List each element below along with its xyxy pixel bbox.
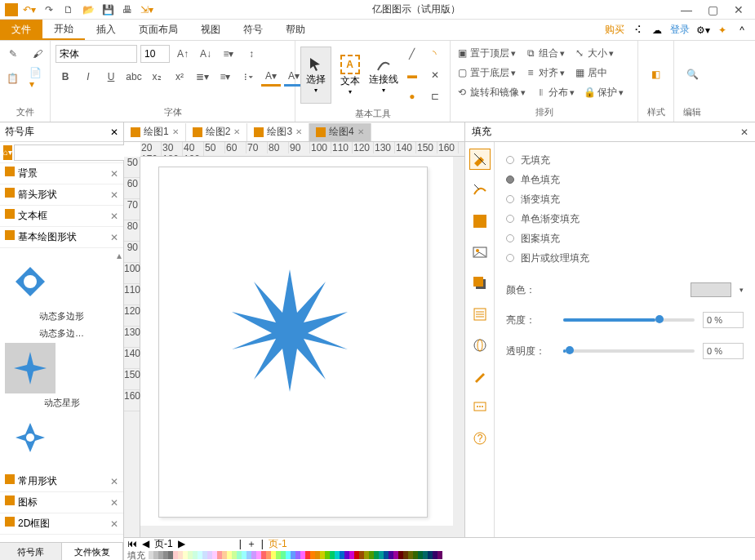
menu-layout[interactable]: 页面布局 — [127, 20, 189, 40]
menu-view[interactable]: 视图 — [189, 20, 232, 40]
collapse-gallery-icon[interactable]: ▴ — [117, 250, 122, 261]
fill-tool-icon[interactable] — [469, 149, 491, 170]
category-item[interactable]: 背景✕ — [0, 163, 123, 184]
solid-fill-tool-icon[interactable] — [469, 211, 491, 232]
paste-icon[interactable]: 📄▾ — [28, 69, 47, 88]
category-item[interactable]: 箭头形状✕ — [0, 184, 123, 206]
line-spacing-icon[interactable]: ≡▾ — [219, 44, 238, 64]
strike-icon[interactable]: abc — [124, 67, 144, 87]
edit-button[interactable]: 🔍 — [679, 46, 705, 103]
undo-icon[interactable]: ↶▾ — [21, 2, 38, 18]
superscript-icon[interactable]: x² — [170, 67, 189, 87]
edit-tool-icon[interactable] — [469, 366, 491, 387]
login-link[interactable]: 登录 — [670, 23, 690, 37]
fill-option[interactable]: 渐变填充 — [506, 189, 744, 209]
protect-button[interactable]: 🔒保护▾ — [583, 83, 624, 101]
close-button[interactable]: ✕ — [729, 2, 748, 18]
category-item[interactable]: 2D框图✕ — [0, 513, 123, 535]
font-color-icon[interactable]: A▾ — [261, 67, 281, 87]
save-icon[interactable]: 💾 — [100, 2, 116, 18]
page-canvas[interactable] — [158, 167, 428, 518]
bullets-icon[interactable]: ≣▾ — [193, 67, 212, 87]
bold-icon[interactable]: B — [56, 67, 75, 87]
font-family-select[interactable] — [56, 45, 137, 63]
shape-dynamic-polygon[interactable] — [5, 256, 56, 307]
document-tab[interactable]: 绘图1✕ — [124, 123, 186, 141]
category-item[interactable]: 文本框✕ — [0, 206, 123, 227]
category-item[interactable]: 常用形状✕ — [0, 471, 123, 492]
menu-file[interactable]: 文件 — [0, 20, 42, 40]
bring-front-button[interactable]: ▣置于顶层▾ — [455, 44, 516, 62]
collapse-ribbon-icon[interactable]: ^ — [735, 24, 748, 37]
fill-option[interactable]: 单色渐变填充 — [506, 209, 744, 229]
line-tool-icon[interactable]: ╱ — [402, 44, 422, 64]
home-icon[interactable]: ⌂▾ — [3, 145, 12, 160]
apps-icon[interactable]: ✦ — [716, 24, 729, 37]
color-picker[interactable] — [691, 282, 731, 297]
style-button[interactable]: ◧ — [643, 46, 668, 103]
brightness-slider[interactable] — [563, 318, 695, 322]
eyedropper-icon[interactable]: ✕ — [425, 65, 445, 85]
minimize-button[interactable]: — — [677, 2, 696, 18]
document-tab[interactable]: 绘图4✕ — [309, 123, 371, 141]
center-button[interactable]: ▦居中 — [573, 64, 607, 82]
vertical-scrollbar[interactable] — [453, 157, 464, 526]
document-tab[interactable]: 绘图2✕ — [186, 123, 248, 141]
menu-start[interactable]: 开始 — [42, 20, 85, 40]
new-doc-icon[interactable]: 🗋 — [60, 2, 77, 18]
shape-dynamic-star[interactable] — [5, 343, 56, 393]
underline-icon[interactable]: U — [101, 67, 121, 87]
menu-symbol[interactable]: 符号 — [232, 20, 274, 40]
fill-option[interactable]: 单色填充 — [506, 170, 744, 189]
brush-icon[interactable]: 🖌 — [28, 44, 47, 64]
brightness-value[interactable]: 0 % — [703, 312, 744, 328]
align-h-icon[interactable]: ≡▾ — [215, 67, 235, 87]
subscript-icon[interactable]: x₂ — [147, 67, 167, 87]
line-style-tool-icon[interactable] — [469, 180, 491, 201]
increase-font-icon[interactable]: A↑ — [173, 44, 193, 64]
align-button[interactable]: ≡对齐▾ — [524, 64, 565, 82]
palette-swatch[interactable] — [437, 551, 442, 559]
open-icon[interactable]: 📂 — [80, 2, 96, 18]
current-page-name[interactable]: 页-1 — [269, 537, 287, 551]
rect-tool-icon[interactable]: ▬ — [402, 65, 422, 85]
font-size-select[interactable] — [140, 45, 170, 63]
first-page-icon[interactable]: ⏮ — [127, 538, 137, 549]
document-tab[interactable]: 绘图3✕ — [247, 123, 309, 141]
share-icon[interactable]: ⠪ — [631, 24, 644, 37]
select-tool[interactable]: 选择▾ — [300, 47, 331, 104]
text-tool[interactable]: A 文本▾ — [335, 47, 366, 104]
properties-tool-icon[interactable] — [469, 304, 491, 325]
fill-option[interactable]: 图片或纹理填充 — [506, 248, 744, 268]
page-tab[interactable]: 页-1 — [154, 537, 173, 551]
send-back-button[interactable]: ▢置于底层▾ — [455, 64, 516, 82]
close-fill-panel-icon[interactable]: ✕ — [740, 127, 748, 138]
horizontal-scrollbar[interactable] — [140, 526, 464, 537]
transparency-slider[interactable] — [563, 349, 695, 353]
print-icon[interactable]: 🖶 — [119, 2, 135, 18]
rotate-button[interactable]: ⟲旋转和镜像▾ — [455, 83, 526, 101]
category-item[interactable]: 图标✕ — [0, 492, 123, 513]
tab-file-recover[interactable]: 文件恢复 — [62, 543, 124, 560]
shape-concave-star[interactable] — [5, 412, 56, 463]
star-shape-object[interactable] — [224, 265, 355, 396]
clipboard-icon[interactable]: 📋 — [3, 69, 23, 88]
decrease-font-icon[interactable]: A↓ — [196, 44, 215, 64]
text-direction-icon[interactable]: ↕ — [242, 44, 261, 64]
crop-icon[interactable]: ⊏ — [425, 87, 445, 106]
export-icon[interactable]: ⇲▾ — [139, 2, 155, 18]
fill-option[interactable]: 图案填充 — [506, 229, 744, 248]
shadow-tool-icon[interactable] — [469, 273, 491, 294]
add-page-icon[interactable]: ＋ — [246, 537, 256, 551]
category-item[interactable]: 基本绘图形状✕ — [0, 227, 123, 248]
align-v-icon[interactable]: ⫶▾ — [238, 67, 258, 87]
close-panel-icon[interactable]: ✕ — [110, 127, 118, 138]
connector-tool[interactable]: 连接线▾ — [368, 47, 399, 104]
group-button[interactable]: ⧉组合▾ — [524, 44, 565, 62]
help-tool-icon[interactable]: ? — [469, 428, 491, 449]
image-tool-icon[interactable] — [469, 242, 491, 263]
prev-page-icon[interactable]: ◀ — [142, 538, 149, 549]
italic-icon[interactable]: I — [78, 67, 98, 87]
tab-symbol-lib[interactable]: 符号库 — [0, 543, 62, 560]
format-painter-icon[interactable]: ✎ — [3, 44, 23, 64]
